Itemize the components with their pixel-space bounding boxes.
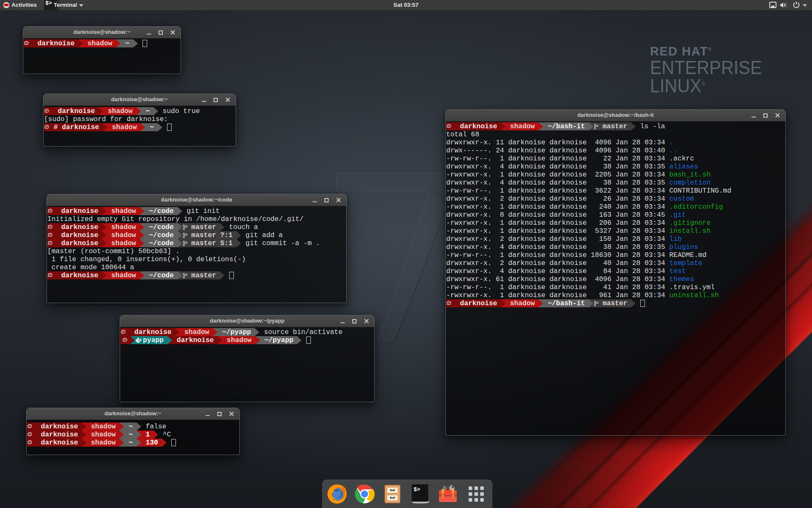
svg-text:$>: $>: [414, 486, 420, 493]
